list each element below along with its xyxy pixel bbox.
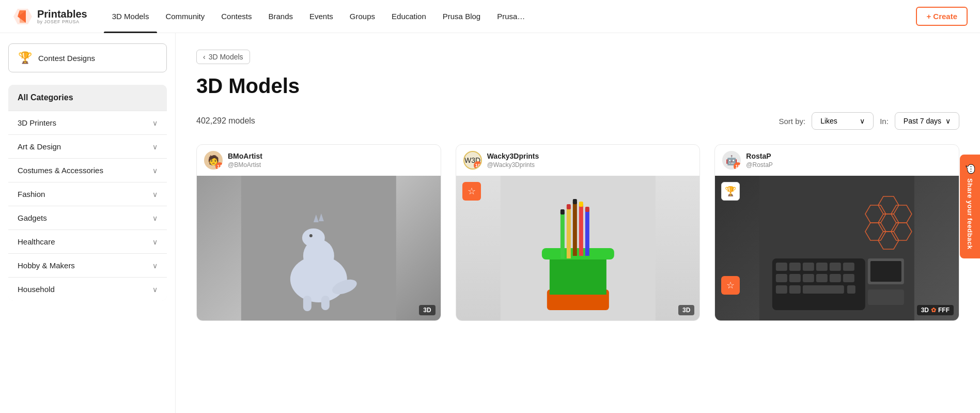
category-item-gadgets[interactable]: Gadgets ∨ [8,206,167,230]
nav-item-prusablog[interactable]: Prusa Blog [434,0,489,33]
svg-rect-46 [803,274,814,282]
svg-rect-52 [803,285,844,294]
card-image: 3D [197,176,441,320]
in-label: In: [880,117,889,126]
star-badge: ☆ [462,182,481,201]
model-card[interactable]: W3D 10 Wacky3Dprints @Wacky3Dprints [456,144,701,321]
category-label-healthcare: Healthcare [18,237,55,246]
svg-rect-43 [843,263,854,271]
user-handle: @RostaP [746,161,773,169]
chevron-down-icon: ∨ [152,143,158,151]
star-badge: ☆ [721,276,740,295]
trophy-icon: 🏆 [18,51,32,65]
category-label-household: Household [18,285,55,294]
category-item-3dprinters[interactable]: 3D Printers ∨ [8,111,167,134]
nav-item-3dmodels[interactable]: 3D Models [104,0,158,33]
chevron-down-icon: ∨ [152,238,158,246]
logo[interactable]: Printables by JOSEF PRUSA [12,6,87,27]
card-header: 🧑 11 BMoArtist @BMoArtist [197,145,441,176]
svg-rect-50 [776,285,787,294]
nav-item-prusa-more[interactable]: Prusa… [489,0,533,33]
contest-designs-label: Contest Designs [38,54,95,63]
category-item-costumes[interactable]: Costumes & Accessories ∨ [8,158,167,182]
feedback-icon: 💬 [965,164,975,174]
nav-item-events[interactable]: Events [301,0,341,33]
svg-rect-56 [868,289,904,305]
breadcrumb-back-link[interactable]: ‹ 3D Models [196,50,250,64]
avatar: 🤖 19 [722,151,741,170]
svg-rect-53 [847,285,855,294]
format-tag: 3D [419,305,435,315]
username: BMoArtist [228,152,262,160]
avatar-badge: 10 [474,161,482,170]
sort-select[interactable]: Likes ∨ [812,112,874,130]
breadcrumb-label: 3D Models [209,53,243,61]
nav-item-education[interactable]: Education [383,0,434,33]
sort-label: Sort by: [779,117,805,126]
svg-rect-21 [572,202,577,256]
models-grid: 🧑 11 BMoArtist @BMoArtist [196,144,959,321]
card-header: W3D 10 Wacky3Dprints @Wacky3Dprints [456,145,700,176]
username: Wacky3Dprints [487,152,539,160]
filter-bar: 402,292 models Sort by: Likes ∨ In: Past… [196,112,959,130]
svg-rect-48 [830,274,841,282]
nav-item-brands[interactable]: Brands [260,0,301,33]
category-item-artdesign[interactable]: Art & Design ∨ [8,134,167,158]
create-button[interactable]: + Create [916,7,968,26]
nav-item-community[interactable]: Community [157,0,213,33]
category-item-fashion[interactable]: Fashion ∨ [8,182,167,206]
breadcrumb: ‹ 3D Models [196,50,959,64]
svg-rect-51 [789,285,801,294]
logo-sub: by JOSEF PRUSA [37,20,87,25]
feedback-label: Share your feedback [966,178,974,249]
main-nav: 3D Models Community Contests Brands Even… [104,0,912,33]
svg-rect-45 [789,274,801,282]
chevron-down-icon: ∨ [152,166,158,175]
category-label-artdesign: Art & Design [18,142,61,151]
avatar: W3D 10 [463,151,482,170]
avatar: 🧑 11 [204,151,223,170]
chevron-down-icon: ∨ [152,285,158,294]
category-label-3dprinters: 3D Printers [18,118,56,127]
filter-controls: Sort by: Likes ∨ In: Past 7 days ∨ [779,112,959,130]
categories-heading: All Categories [8,85,167,111]
avatar-badge: 19 [734,162,741,170]
model-card[interactable]: 🧑 11 BMoArtist @BMoArtist [196,144,441,321]
chevron-down-icon: ∨ [152,262,158,270]
svg-rect-11 [321,296,330,310]
svg-rect-26 [585,207,589,212]
svg-rect-55 [870,261,901,282]
user-handle: @BMoArtist [228,161,262,169]
contest-designs-button[interactable]: 🏆 Contest Designs [8,43,167,72]
main-layout: 🏆 Contest Designs All Categories 3D Prin… [0,33,980,413]
in-select[interactable]: Past 7 days ∨ [895,112,959,130]
category-label-gadgets: Gadgets [18,213,47,222]
category-label-hobbymakers: Hobby & Makers [18,261,75,270]
model-count: 402,292 models [196,116,255,126]
chevron-down-icon: ∨ [152,190,158,198]
svg-rect-18 [541,248,614,259]
page-title: 3D Models [196,74,959,98]
svg-rect-41 [816,263,828,271]
nav-item-groups[interactable]: Groups [341,0,383,33]
chevron-down-icon: ∨ [152,119,158,127]
in-value: Past 7 days [904,117,941,125]
category-label-fashion: Fashion [18,190,45,198]
svg-rect-44 [776,274,787,282]
nav-item-contests[interactable]: Contests [213,0,260,33]
card-image: 🏆 ☆ 3D ✿ FFF [715,176,959,320]
model-card[interactable]: 🤖 19 RostaP @RostaP [714,144,959,321]
card-image: ☆ 3D [456,176,700,320]
category-item-hobbymakers[interactable]: Hobby & Makers ∨ [8,253,167,277]
svg-rect-49 [843,274,854,282]
category-label-costumes: Costumes & Accessories [18,166,103,175]
format-tag: 3D [678,305,694,315]
svg-rect-25 [585,209,589,256]
format-tag: 3D ✿ FFF [917,305,954,315]
chevron-down-icon: ∨ [945,117,951,125]
feedback-tab[interactable]: 💬 Share your feedback [960,155,980,259]
header: Printables by JOSEF PRUSA 3D Models Comm… [0,0,980,33]
category-item-healthcare[interactable]: Healthcare ∨ [8,230,167,253]
category-item-household[interactable]: Household ∨ [8,277,167,301]
svg-rect-20 [566,204,570,209]
